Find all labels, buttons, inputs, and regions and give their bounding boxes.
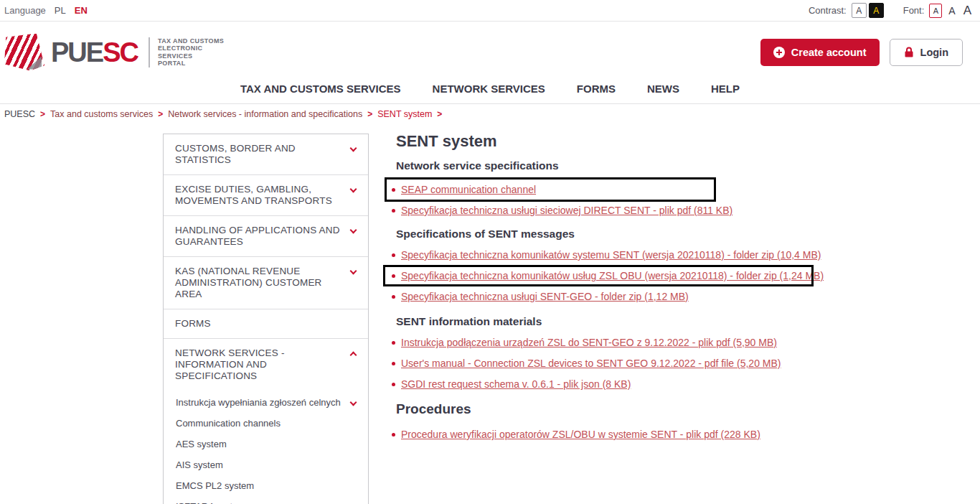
puesc-page: Language PL EN Contrast: A A Font: A A A… — [0, 0, 980, 504]
sidebar-item-customs-border-statistics[interactable]: CUSTOMS, BORDER AND STATISTICS — [164, 134, 368, 174]
create-account-button[interactable]: Create account — [760, 39, 880, 66]
nav-forms[interactable]: FORMS — [577, 83, 616, 95]
section-heading-sent-information-materials: SENT information materials — [396, 314, 865, 329]
link-sent-system-messages-zip[interactable]: Specyfikacja techniczna komunikatów syst… — [401, 249, 821, 261]
font-size-medium-button[interactable]: A — [947, 5, 956, 17]
language-label: Language — [4, 5, 46, 16]
nav-tax-and-customs-services[interactable]: TAX AND CUSTOMS SERVICES — [240, 83, 401, 95]
list-item: Instrukcja podłączenia urządzeń ZSL do S… — [392, 333, 865, 352]
list-item: Specyfikacja techniczna komunikatów syst… — [392, 246, 865, 264]
breadcrumb-chevron-icon: > — [158, 109, 163, 119]
breadcrumb-tax-and-customs[interactable]: Tax and customs services — [50, 109, 153, 119]
bullet-icon — [392, 188, 395, 192]
breadcrumb-chevron-icon: > — [40, 109, 45, 119]
link-sent-geo-service-zip[interactable]: Specyfikacja techniczna usługi SENT-GEO … — [401, 291, 689, 302]
padlock-icon — [904, 47, 914, 57]
section-heading-network-service-specifications: Network service specifications — [396, 159, 865, 173]
login-button[interactable]: Login — [890, 39, 963, 66]
bullet-icon — [392, 274, 395, 278]
list-item: Specyfikacja techniczna usługi sieciowej… — [392, 201, 865, 220]
breadcrumb: PUESC > Tax and customs services > Netwo… — [0, 104, 980, 119]
sidebar-subitem-communication-channels[interactable]: Communication channels — [164, 413, 368, 434]
sidebar-item-excise-duties[interactable]: EXCISE DUTIES, GAMBLING, MOVEMENTS AND T… — [164, 174, 368, 215]
puesc-emblem-icon — [4, 34, 44, 71]
breadcrumb-chevron-icon: > — [437, 109, 442, 119]
logo-divider — [149, 37, 150, 67]
link-list: Procedura weryfikacji operatorów ZSL/OBU… — [392, 425, 865, 444]
main-content: SENT system Network service specificatio… — [392, 131, 865, 446]
sidebar-item-kas-customer-area[interactable]: KAS (NATIONAL REVENUE ADMINISTRATION) CU… — [164, 256, 368, 309]
link-users-manual-connection-zsl-pdf[interactable]: User's manual - Connection ZSL devices t… — [401, 358, 781, 369]
bullet-icon — [392, 433, 395, 437]
nav-help[interactable]: HELP — [711, 83, 740, 95]
section-heading-procedures: Procedures — [396, 401, 865, 418]
logo-tagline: TAX AND CUSTOMS ELECTRONIC SERVICES PORT… — [158, 37, 224, 67]
contrast-high-button[interactable]: A — [869, 3, 884, 18]
font-label: Font: — [903, 5, 925, 16]
link-zsl-obu-messages-zip[interactable]: Specyfikacja techniczna komunikatów usłu… — [401, 270, 824, 281]
chevron-down-icon — [350, 186, 357, 193]
link-list: Specyfikacja techniczna komunikatów syst… — [392, 246, 865, 306]
chevron-down-icon — [350, 145, 357, 152]
nav-network-services[interactable]: NETWORK SERVICES — [433, 83, 545, 95]
bullet-icon — [392, 383, 395, 386]
link-procedura-weryfikacji-zsl-obu-pdf[interactable]: Procedura weryfikacji operatorów ZSL/OBU… — [401, 429, 760, 440]
list-item: SEAP communication channel — [392, 180, 865, 199]
chevron-down-icon — [350, 268, 357, 275]
sidebar-item-network-services-info[interactable]: NETWORK SERVICES - INFORMATION AND SPECI… — [164, 338, 368, 391]
page-title: SENT system — [396, 131, 865, 151]
sidebar-submenu: Instrukcja wypełniania zgłoszeń celnych … — [164, 391, 368, 504]
sidebar-menu: CUSTOMS, BORDER AND STATISTICS EXCISE DU… — [163, 134, 369, 504]
breadcrumb-network-services[interactable]: Network services - information and speci… — [168, 109, 362, 119]
sidebar-item-forms[interactable]: FORMS — [164, 309, 368, 338]
contrast-label: Contrast: — [809, 5, 847, 16]
breadcrumb-chevron-icon: > — [367, 109, 372, 119]
bullet-icon — [392, 341, 395, 345]
breadcrumb-puesc[interactable]: PUESC — [4, 109, 35, 119]
list-item: Procedura weryfikacji operatorów ZSL/OBU… — [392, 425, 865, 444]
section-heading-specifications-of-sent-messages: Specifications of SENT messages — [396, 227, 865, 241]
sidebar-subitem-isztar4-system[interactable]: ISZTAR4 system — [164, 496, 368, 504]
font-size-large-button[interactable]: A — [962, 4, 973, 18]
link-instrukcja-podlaczenia-zsl-pdf[interactable]: Instrukcja podłączenia urządzeń ZSL do S… — [401, 337, 777, 348]
chevron-up-icon — [350, 352, 357, 359]
link-direct-sent-spec-pdf[interactable]: Specyfikacja techniczna usługi sieciowej… — [401, 205, 732, 216]
contrast-normal-button[interactable]: A — [852, 3, 867, 18]
logo-wordmark: PUESC — [51, 39, 138, 66]
plus-circle-icon — [773, 47, 785, 58]
nav-news[interactable]: NEWS — [647, 83, 679, 95]
sidebar-item-handling-applications[interactable]: HANDLING OF APPLICATIONS AND GUARANTEES — [164, 215, 368, 256]
language-pl-link[interactable]: PL — [55, 5, 66, 16]
link-list: SEAP communication channel Specyfikacja … — [392, 180, 865, 220]
link-seap-communication-channel[interactable]: SEAP communication channel — [401, 184, 536, 195]
list-item: SGDI rest request schema v. 0.6.1 - plik… — [392, 375, 865, 393]
sidebar-subitem-ais-system[interactable]: AIS system — [164, 454, 368, 475]
bullet-icon — [392, 253, 395, 257]
language-en-link[interactable]: EN — [75, 5, 88, 16]
bullet-icon — [392, 362, 395, 365]
breadcrumb-sent-system[interactable]: SENT system — [377, 109, 432, 119]
main-navigation: TAX AND CUSTOMS SERVICES NETWORK SERVICE… — [0, 83, 980, 104]
bullet-icon — [392, 209, 395, 213]
top-utility-bar: Language PL EN Contrast: A A Font: A A A — [0, 0, 980, 22]
sidebar-subitem-aes-system[interactable]: AES system — [164, 434, 368, 454]
sidebar-subitem-instrukcja-zgloszen[interactable]: Instrukcja wypełniania zgłoszeń celnych — [164, 392, 368, 413]
link-sgdi-rest-request-schema-json[interactable]: SGDI rest request schema v. 0.6.1 - plik… — [401, 378, 631, 390]
bullet-icon — [392, 295, 395, 299]
link-list: Instrukcja podłączenia urządzeń ZSL do S… — [392, 333, 865, 393]
chevron-down-icon — [350, 227, 357, 234]
list-item: Specyfikacja techniczna komunikatów usłu… — [392, 266, 865, 285]
chevron-down-icon — [350, 399, 357, 406]
list-item: Specyfikacja techniczna usługi SENT-GEO … — [392, 287, 865, 306]
font-size-small-button[interactable]: A — [929, 4, 942, 18]
sidebar-subitem-emcs-pl2-system[interactable]: EMCS PL2 system — [164, 475, 368, 496]
site-header: PUESC TAX AND CUSTOMS ELECTRONIC SERVICE… — [0, 22, 980, 83]
puesc-logo[interactable]: PUESC TAX AND CUSTOMS ELECTRONIC SERVICE… — [4, 34, 224, 71]
list-item: User's manual - Connection ZSL devices t… — [392, 354, 865, 373]
